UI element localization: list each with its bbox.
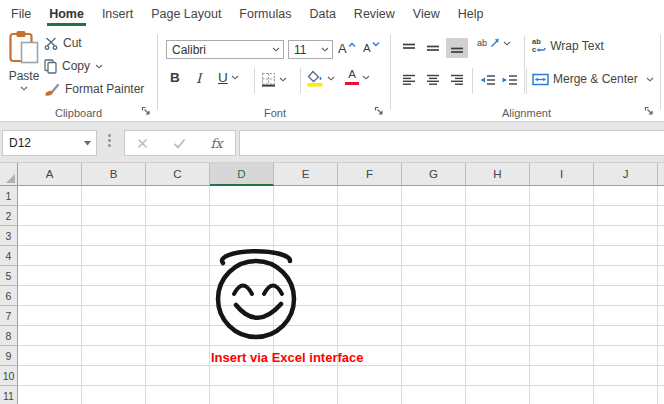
column-header-A[interactable]: A: [18, 163, 82, 186]
font-color-button[interactable]: A: [345, 69, 370, 85]
shrink-font-label: A: [363, 42, 371, 54]
fill-color-chevron-icon: [327, 76, 335, 81]
row-headers: 1234567891011: [0, 186, 18, 404]
decrease-indent-button[interactable]: [477, 70, 499, 90]
merge-center-button[interactable]: Merge & Center: [532, 72, 654, 86]
wrap-text-button[interactable]: ab c Wrap Text: [532, 38, 604, 54]
column-header-H[interactable]: H: [466, 163, 530, 186]
alignment-divider: [524, 36, 525, 94]
column-header-I[interactable]: I: [530, 163, 594, 186]
column-header-E[interactable]: E: [274, 163, 338, 186]
sheet-cells[interactable]: [18, 186, 664, 404]
format-painter-brush-icon: [44, 82, 60, 97]
align-center-icon: [426, 74, 440, 86]
tab-help[interactable]: Help: [456, 1, 486, 28]
alignment-dialog-launcher[interactable]: [644, 106, 655, 117]
tab-home[interactable]: Home: [47, 1, 86, 28]
row-header-2[interactable]: 2: [0, 206, 18, 226]
font-size-value: 11: [294, 43, 321, 57]
dialog-launcher-icon: [374, 106, 384, 116]
top-align-button[interactable]: [398, 38, 420, 58]
font-dialog-launcher[interactable]: [374, 106, 385, 117]
tab-file[interactable]: File: [9, 1, 33, 28]
row-header-6[interactable]: 6: [0, 286, 18, 306]
row-header-9[interactable]: 9: [0, 346, 18, 366]
paste-button[interactable]: Paste: [4, 30, 44, 100]
align-right-button[interactable]: [446, 70, 468, 90]
column-header-F[interactable]: F: [338, 163, 402, 186]
row-header-4[interactable]: 4: [0, 246, 18, 266]
row-header-1[interactable]: 1: [0, 186, 18, 206]
column-header-partial[interactable]: [658, 163, 664, 186]
formula-bar-row: D12 fx: [0, 122, 664, 163]
bottom-align-button[interactable]: [446, 38, 468, 58]
row-header-3[interactable]: 3: [0, 226, 18, 246]
row-header-11[interactable]: 11: [0, 386, 18, 404]
tab-page-layout[interactable]: Page Layout: [149, 1, 223, 28]
merge-center-icon: [532, 73, 549, 86]
group-separator: [157, 34, 158, 110]
copy-button[interactable]: Copy: [44, 55, 103, 77]
font-group-divider: [254, 68, 255, 94]
shrink-font-button[interactable]: A: [363, 41, 380, 54]
name-box-dropdown-icon[interactable]: [83, 140, 92, 146]
ribbon: Paste Cut Copy: [0, 28, 664, 122]
italic-button[interactable]: I: [196, 70, 201, 86]
underline-button[interactable]: U: [218, 70, 239, 85]
orientation-button[interactable]: ab: [477, 38, 511, 48]
worksheet: ABCDEFGHIJ 1234567891011 Insert via Exce…: [0, 163, 664, 404]
row-header-8[interactable]: 8: [0, 326, 18, 346]
tab-formulas[interactable]: Formulas: [237, 1, 293, 28]
excel-window: File Home Insert Page Layout Formulas Da…: [0, 0, 664, 404]
font-name-value: Calibri: [172, 43, 272, 57]
column-header-D[interactable]: D: [210, 163, 274, 186]
column-headers: ABCDEFGHIJ: [18, 163, 664, 186]
align-right-icon: [450, 74, 464, 86]
borders-button[interactable]: [261, 72, 287, 87]
borders-icon: [261, 72, 276, 87]
name-box[interactable]: D12: [2, 130, 97, 156]
scissors-icon: [44, 37, 58, 50]
row-header-5[interactable]: 5: [0, 266, 18, 286]
formula-bar-input[interactable]: [239, 130, 664, 156]
font-size-select[interactable]: 11: [288, 40, 333, 59]
grow-font-label: A: [338, 41, 347, 56]
column-header-B[interactable]: B: [82, 163, 146, 186]
align-left-button[interactable]: [398, 70, 420, 90]
tab-data[interactable]: Data: [307, 1, 337, 28]
formula-bar-drag-handle[interactable]: [108, 134, 111, 147]
format-painter-button[interactable]: Format Painter: [44, 78, 144, 100]
right-eye: [264, 286, 282, 295]
smiley-face-drawing[interactable]: [215, 243, 301, 345]
orientation-ab-label: ab: [477, 38, 487, 48]
clipboard-dialog-launcher[interactable]: [141, 106, 152, 117]
row-header-7[interactable]: 7: [0, 306, 18, 326]
dialog-launcher-icon: [141, 106, 151, 116]
align-center-button[interactable]: [422, 70, 444, 90]
tab-review[interactable]: Review: [352, 1, 397, 28]
middle-align-button[interactable]: [422, 38, 444, 58]
font-color-chevron-icon: [362, 75, 370, 80]
cut-button[interactable]: Cut: [44, 32, 82, 54]
font-group-divider: [300, 68, 301, 94]
tab-view[interactable]: View: [411, 1, 442, 28]
cut-label: Cut: [63, 36, 82, 50]
fill-color-button[interactable]: [307, 70, 335, 87]
cancel-icon[interactable]: [137, 138, 148, 149]
insert-function-button[interactable]: fx: [211, 136, 223, 151]
row-header-10[interactable]: 10: [0, 366, 18, 386]
alignment-divider: [472, 68, 473, 94]
select-all-corner[interactable]: [0, 163, 18, 186]
column-header-J[interactable]: J: [594, 163, 658, 186]
bold-label: B: [170, 70, 180, 85]
tab-insert[interactable]: Insert: [100, 1, 135, 28]
increase-indent-button[interactable]: [499, 70, 521, 90]
grow-font-button[interactable]: A: [338, 41, 356, 56]
font-name-select[interactable]: Calibri: [166, 40, 284, 59]
enter-check-icon[interactable]: [173, 138, 186, 149]
bold-button[interactable]: B: [170, 70, 180, 85]
column-header-G[interactable]: G: [402, 163, 466, 186]
wrap-text-label: Wrap Text: [550, 39, 604, 53]
fill-color-bucket-icon: [307, 70, 324, 87]
column-header-C[interactable]: C: [146, 163, 210, 186]
